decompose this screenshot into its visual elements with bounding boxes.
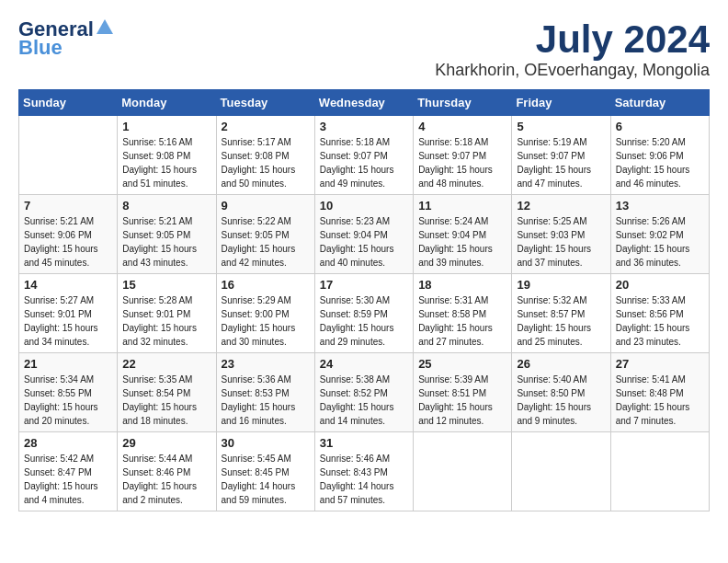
logo: General Blue: [18, 18, 115, 59]
calendar-cell: 7Sunrise: 5:21 AM Sunset: 9:06 PM Daylig…: [19, 195, 118, 274]
calendar-cell: [414, 432, 512, 511]
day-info: Sunrise: 5:31 AM Sunset: 8:58 PM Dayligh…: [418, 293, 506, 349]
calendar-cell: 31Sunrise: 5:46 AM Sunset: 8:43 PM Dayli…: [314, 432, 413, 511]
day-info: Sunrise: 5:35 AM Sunset: 8:54 PM Dayligh…: [122, 373, 210, 428]
column-header-wednesday: Wednesday: [314, 90, 413, 116]
calendar-cell: 1Sunrise: 5:16 AM Sunset: 9:08 PM Daylig…: [118, 116, 216, 195]
day-info: Sunrise: 5:42 AM Sunset: 8:47 PM Dayligh…: [24, 452, 112, 507]
calendar-cell: [512, 432, 610, 511]
day-info: Sunrise: 5:22 AM Sunset: 9:05 PM Dayligh…: [222, 214, 310, 270]
month-year: July 2024: [435, 18, 710, 61]
calendar-week-row: 7Sunrise: 5:21 AM Sunset: 9:06 PM Daylig…: [19, 195, 710, 274]
day-number: 9: [222, 199, 310, 213]
calendar-cell: 12Sunrise: 5:25 AM Sunset: 9:03 PM Dayli…: [512, 195, 610, 274]
day-info: Sunrise: 5:17 AM Sunset: 9:08 PM Dayligh…: [222, 135, 310, 190]
calendar-cell: 4Sunrise: 5:18 AM Sunset: 9:07 PM Daylig…: [414, 116, 512, 195]
day-info: Sunrise: 5:40 AM Sunset: 8:50 PM Dayligh…: [517, 373, 605, 428]
location: Kharkhorin, OEvoerhangay, Mongolia: [435, 61, 710, 80]
day-info: Sunrise: 5:23 AM Sunset: 9:04 PM Dayligh…: [320, 214, 408, 270]
day-info: Sunrise: 5:20 AM Sunset: 9:06 PM Dayligh…: [616, 135, 704, 190]
day-number: 18: [418, 278, 506, 292]
day-info: Sunrise: 5:25 AM Sunset: 9:03 PM Dayligh…: [517, 214, 605, 270]
day-info: Sunrise: 5:18 AM Sunset: 9:07 PM Dayligh…: [418, 135, 506, 190]
day-info: Sunrise: 5:24 AM Sunset: 9:04 PM Dayligh…: [418, 214, 506, 270]
column-header-tuesday: Tuesday: [216, 90, 314, 116]
day-number: 27: [616, 357, 704, 371]
day-number: 11: [418, 199, 506, 213]
calendar-table: SundayMondayTuesdayWednesdayThursdayFrid…: [18, 89, 710, 511]
day-number: 10: [320, 199, 408, 213]
calendar-cell: 5Sunrise: 5:19 AM Sunset: 9:07 PM Daylig…: [512, 116, 610, 195]
day-number: 3: [320, 120, 408, 133]
page-header: General Blue July 2024 Kharkhorin, OEvoe…: [18, 18, 710, 80]
calendar-cell: 28Sunrise: 5:42 AM Sunset: 8:47 PM Dayli…: [19, 432, 118, 511]
day-number: 31: [320, 436, 408, 450]
day-number: 26: [517, 357, 605, 371]
day-info: Sunrise: 5:34 AM Sunset: 8:55 PM Dayligh…: [24, 373, 112, 428]
title-block: July 2024 Kharkhorin, OEvoerhangay, Mong…: [435, 18, 710, 80]
calendar-cell: 26Sunrise: 5:40 AM Sunset: 8:50 PM Dayli…: [512, 353, 610, 432]
day-number: 28: [24, 436, 112, 450]
calendar-cell: 13Sunrise: 5:26 AM Sunset: 9:02 PM Dayli…: [610, 195, 709, 274]
calendar-cell: 20Sunrise: 5:33 AM Sunset: 8:56 PM Dayli…: [610, 274, 709, 353]
day-info: Sunrise: 5:26 AM Sunset: 9:02 PM Dayligh…: [616, 214, 704, 270]
day-info: Sunrise: 5:27 AM Sunset: 9:01 PM Dayligh…: [24, 293, 112, 349]
day-number: 6: [616, 120, 704, 133]
day-info: Sunrise: 5:19 AM Sunset: 9:07 PM Dayligh…: [517, 135, 605, 190]
calendar-cell: 17Sunrise: 5:30 AM Sunset: 8:59 PM Dayli…: [314, 274, 413, 353]
day-info: Sunrise: 5:44 AM Sunset: 8:46 PM Dayligh…: [122, 452, 210, 507]
day-number: 1: [122, 120, 210, 133]
day-number: 25: [418, 357, 506, 371]
calendar-cell: 27Sunrise: 5:41 AM Sunset: 8:48 PM Dayli…: [610, 353, 709, 432]
day-number: 23: [222, 357, 310, 371]
day-number: 20: [616, 278, 704, 292]
day-info: Sunrise: 5:21 AM Sunset: 9:05 PM Dayligh…: [122, 214, 210, 270]
day-number: 30: [222, 436, 310, 450]
day-number: 14: [24, 278, 112, 292]
calendar-cell: 24Sunrise: 5:38 AM Sunset: 8:52 PM Dayli…: [314, 353, 413, 432]
column-header-thursday: Thursday: [414, 90, 512, 116]
day-info: Sunrise: 5:16 AM Sunset: 9:08 PM Dayligh…: [122, 135, 210, 190]
calendar-cell: 21Sunrise: 5:34 AM Sunset: 8:55 PM Dayli…: [19, 353, 118, 432]
day-number: 13: [616, 199, 704, 213]
day-info: Sunrise: 5:21 AM Sunset: 9:06 PM Dayligh…: [24, 214, 112, 270]
calendar-cell: 2Sunrise: 5:17 AM Sunset: 9:08 PM Daylig…: [216, 116, 314, 195]
day-number: 4: [418, 120, 506, 133]
day-number: 21: [24, 357, 112, 371]
day-info: Sunrise: 5:33 AM Sunset: 8:56 PM Dayligh…: [616, 293, 704, 349]
column-header-monday: Monday: [118, 90, 216, 116]
day-info: Sunrise: 5:45 AM Sunset: 8:45 PM Dayligh…: [222, 452, 310, 507]
calendar-header-row: SundayMondayTuesdayWednesdayThursdayFrid…: [19, 90, 710, 116]
day-number: 8: [122, 199, 210, 213]
calendar-cell: 11Sunrise: 5:24 AM Sunset: 9:04 PM Dayli…: [414, 195, 512, 274]
logo-blue: Blue: [18, 37, 63, 59]
calendar-cell: 8Sunrise: 5:21 AM Sunset: 9:05 PM Daylig…: [118, 195, 216, 274]
calendar-cell: 14Sunrise: 5:27 AM Sunset: 9:01 PM Dayli…: [19, 274, 118, 353]
calendar-week-row: 14Sunrise: 5:27 AM Sunset: 9:01 PM Dayli…: [19, 274, 710, 353]
day-number: 2: [222, 120, 310, 133]
day-number: 24: [320, 357, 408, 371]
calendar-cell: 19Sunrise: 5:32 AM Sunset: 8:57 PM Dayli…: [512, 274, 610, 353]
day-number: 5: [517, 120, 605, 133]
day-number: 16: [222, 278, 310, 292]
logo-icon: [95, 17, 115, 38]
calendar-cell: 10Sunrise: 5:23 AM Sunset: 9:04 PM Dayli…: [314, 195, 413, 274]
day-number: 15: [122, 278, 210, 292]
day-number: 17: [320, 278, 408, 292]
day-info: Sunrise: 5:39 AM Sunset: 8:51 PM Dayligh…: [418, 373, 506, 428]
svg-marker-0: [97, 19, 113, 34]
calendar-week-row: 21Sunrise: 5:34 AM Sunset: 8:55 PM Dayli…: [19, 353, 710, 432]
day-number: 7: [24, 199, 112, 213]
calendar-week-row: 28Sunrise: 5:42 AM Sunset: 8:47 PM Dayli…: [19, 432, 710, 511]
calendar-cell: 3Sunrise: 5:18 AM Sunset: 9:07 PM Daylig…: [314, 116, 413, 195]
day-number: 29: [122, 436, 210, 450]
day-number: 22: [122, 357, 210, 371]
calendar-cell: 23Sunrise: 5:36 AM Sunset: 8:53 PM Dayli…: [216, 353, 314, 432]
calendar-cell: 9Sunrise: 5:22 AM Sunset: 9:05 PM Daylig…: [216, 195, 314, 274]
calendar-cell: 6Sunrise: 5:20 AM Sunset: 9:06 PM Daylig…: [610, 116, 709, 195]
day-number: 19: [517, 278, 605, 292]
day-info: Sunrise: 5:46 AM Sunset: 8:43 PM Dayligh…: [320, 452, 408, 507]
day-info: Sunrise: 5:36 AM Sunset: 8:53 PM Dayligh…: [222, 373, 310, 428]
column-header-sunday: Sunday: [19, 90, 118, 116]
column-header-saturday: Saturday: [610, 90, 709, 116]
